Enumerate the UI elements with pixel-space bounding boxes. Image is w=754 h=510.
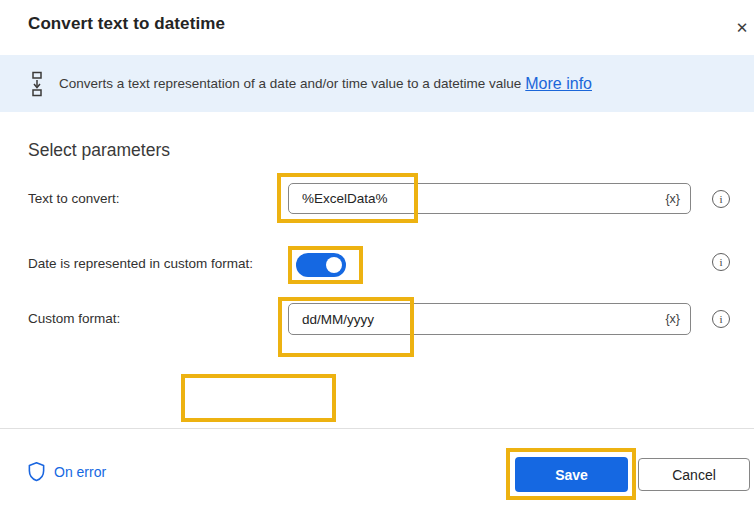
description-banner: Converts a text representation of a date… (0, 55, 754, 112)
footer-divider (0, 428, 754, 429)
custom-format-label: Custom format: (28, 311, 120, 326)
dialog-title: Convert text to datetime (28, 14, 225, 34)
info-icon[interactable]: i (712, 310, 730, 328)
custom-format-toggle-label: Date is represented in custom format: (28, 256, 253, 271)
info-icon[interactable]: i (712, 190, 730, 208)
text-to-convert-value: %ExcelData% (302, 191, 659, 206)
info-icon[interactable]: i (712, 253, 730, 271)
on-error-button[interactable]: On error (27, 461, 106, 482)
action-icon (29, 71, 45, 97)
text-to-convert-input[interactable]: %ExcelData% {x} (288, 183, 691, 214)
variable-picker-icon[interactable]: {x} (659, 312, 680, 326)
more-info-link[interactable]: More info (525, 75, 592, 93)
shield-icon (27, 461, 46, 482)
save-button[interactable]: Save (515, 457, 628, 492)
close-icon[interactable]: ✕ (730, 16, 754, 40)
variable-picker-icon[interactable]: {x} (659, 192, 680, 206)
convert-text-to-datetime-dialog: Convert text to datetime ✕ Converts a te… (0, 0, 754, 510)
custom-format-toggle[interactable] (296, 253, 346, 277)
banner-description: Converts a text representation of a date… (59, 76, 521, 91)
on-error-label: On error (54, 464, 106, 480)
custom-format-input[interactable]: dd/MM/yyyy {x} (288, 303, 691, 335)
select-parameters-heading: Select parameters (28, 140, 170, 161)
cancel-button[interactable]: Cancel (638, 458, 750, 491)
custom-format-value: dd/MM/yyyy (302, 312, 659, 327)
text-to-convert-label: Text to convert: (28, 191, 120, 206)
variables-produced-row: Variables produced TextAsDateTime (0, 374, 754, 422)
toggle-knob (326, 257, 342, 273)
